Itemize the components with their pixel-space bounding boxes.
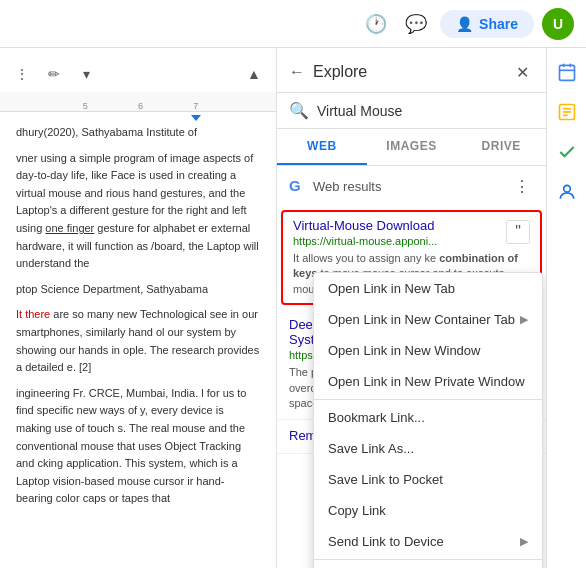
result-title-1[interactable]: Virtual-Mouse Download [293,218,530,233]
doc-collapse-btn[interactable]: ▲ [240,60,268,88]
doc-menu-btn[interactable]: ⋮ [8,60,36,88]
web-results-label: Web results [313,179,504,194]
sidebar-tasks-icon[interactable] [551,136,583,168]
cm-open-container-tab[interactable]: Open Link in New Container Tab ▶ [314,304,542,335]
avatar[interactable]: U [542,8,574,40]
share-people-icon: 👤 [456,16,473,32]
avatar-initial: U [553,16,563,32]
tab-web[interactable]: WEB [277,129,367,165]
explore-title: Explore [313,63,502,81]
cm-bookmark-label: Bookmark Link... [328,410,425,425]
google-logo: G [289,177,307,195]
sidebar-notes-icon[interactable] [551,96,583,128]
cm-divider-1 [314,399,542,400]
explore-search-icon: 🔍 [289,101,309,120]
cm-search-google[interactable]: Search Google for "Virtual-Mouse D..." [314,562,542,568]
doc-pencil-btn[interactable]: ✏ [40,60,68,88]
cm-open-new-window[interactable]: Open Link in New Window [314,335,542,366]
explore-header: ← Explore ✕ [277,48,546,93]
cm-open-new-tab[interactable]: Open Link in New Tab [314,273,542,304]
cm-save-as-label: Save Link As... [328,441,414,456]
doc-dropdown-btn[interactable]: ▾ [72,60,100,88]
doc-para-2: vner using a simple program of image asp… [16,150,260,273]
cm-open-new-tab-label: Open Link in New Tab [328,281,455,296]
sidebar-contacts-icon[interactable] [551,176,583,208]
tab-images[interactable]: IMAGES [367,129,457,165]
web-results-header: G Web results ⋮ [277,166,546,206]
explore-results: Virtual-Mouse Download https://virtual-m… [277,206,546,568]
cm-open-new-window-label: Open Link in New Window [328,343,480,358]
doc-para-3: ptop Science Department, Sathyabama [16,281,260,299]
explore-search-input[interactable] [317,103,534,119]
main-content: ⋮ ✏ ▾ ▲ 5 6 7 dhury(2020), Sathyabama In… [0,48,586,568]
cm-copy-link[interactable]: Copy Link [314,495,542,526]
cm-open-private-label: Open Link in New Private Window [328,374,525,389]
cm-bookmark[interactable]: Bookmark Link... [314,402,542,433]
cm-save-pocket-label: Save Link to Pocket [328,472,443,487]
tab-drive[interactable]: DRIVE [456,129,546,165]
result-item-1: Virtual-Mouse Download https://virtual-m… [281,210,542,305]
doc-para-4: It there are so many new Technological s… [16,306,260,376]
document-area: ⋮ ✏ ▾ ▲ 5 6 7 dhury(2020), Sathyabama In… [0,48,276,568]
header: 🕐 💬 👤 Share U [0,0,586,48]
sidebar-calendar-icon[interactable] [551,56,583,88]
cm-copy-link-label: Copy Link [328,503,386,518]
comment-icon[interactable]: 💬 [400,8,432,40]
results-menu-btn[interactable]: ⋮ [510,174,534,198]
doc-para-5: ingineering Fr. CRCE, Mumbai, India. l f… [16,385,260,508]
context-menu: Open Link in New Tab Open Link in New Co… [313,272,543,568]
svg-point-8 [563,185,570,192]
cm-open-container-tab-label: Open Link in New Container Tab [328,312,515,327]
svg-rect-0 [559,65,574,80]
share-label: Share [479,16,518,32]
doc-para-1: dhury(2020), Sathyabama Institute of [16,124,260,142]
cm-send-device-label: Send Link to Device [328,534,444,549]
cm-send-device[interactable]: Send Link to Device ▶ [314,526,542,557]
cm-open-container-tab-arrow: ▶ [520,313,528,326]
result-url-1: https://virtual-mouse.apponi... [293,235,530,247]
ruler: 5 6 7 [0,92,276,112]
explore-tabs: WEB IMAGES DRIVE [277,129,546,166]
doc-toolbar: ⋮ ✏ ▾ ▲ [0,56,276,92]
share-button[interactable]: 👤 Share [440,10,534,38]
cm-send-device-arrow: ▶ [520,535,528,548]
explore-search: 🔍 [277,93,546,129]
cm-divider-2 [314,559,542,560]
cm-open-private[interactable]: Open Link in New Private Window [314,366,542,397]
cm-save-as[interactable]: Save Link As... [314,433,542,464]
history-icon[interactable]: 🕐 [360,8,392,40]
cm-save-pocket[interactable]: Save Link to Pocket [314,464,542,495]
explore-back-btn[interactable]: ← [289,63,305,81]
explore-panel: ← Explore ✕ 🔍 WEB IMAGES DRIVE G Web res… [276,48,546,568]
quote-icon-1[interactable]: " [506,220,530,244]
right-sidebar [546,48,586,568]
document-text: dhury(2020), Sathyabama Institute of vne… [0,120,276,520]
explore-close-btn[interactable]: ✕ [510,60,534,84]
